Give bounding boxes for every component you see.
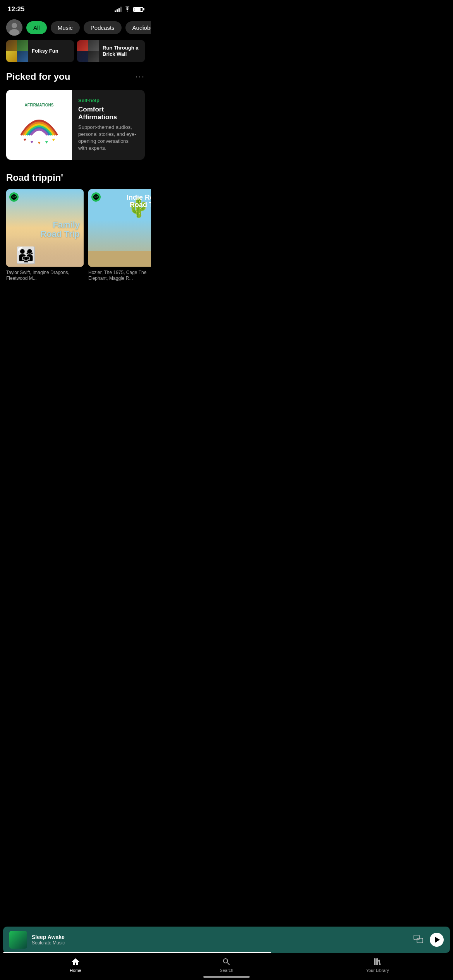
svg-text:♥: ♥ <box>45 139 48 145</box>
picked-category: Self-help <box>78 98 139 103</box>
run-title: Run Through a Brick Wall <box>103 45 145 57</box>
recent-row: Folksy Fun Run Through a Brick Wall <box>0 40 151 71</box>
filter-podcasts[interactable]: Podcasts <box>84 21 122 34</box>
family-road-trip-art: 👨‍👩‍👧 FamilyRoad Trip <box>6 189 84 267</box>
svg-text:♥: ♥ <box>38 140 40 146</box>
run-art <box>77 40 99 62</box>
status-icons <box>115 6 143 13</box>
filter-row: All Music Podcasts Audiobooks <box>0 16 151 40</box>
picked-section-header: Picked for you ··· <box>0 71 151 90</box>
picked-name: Comfort Affirmations <box>78 106 139 122</box>
road-section-title: Road trippin' <box>0 172 151 189</box>
family-road-trip-sub: Taylor Swift, Imagine Dragons, Fleetwood… <box>6 270 84 282</box>
recent-card-run[interactable]: Run Through a Brick Wall <box>77 40 145 62</box>
svg-text:♥: ♥ <box>23 137 26 142</box>
picked-info: Self-help Comfort Affirmations Support-t… <box>72 90 145 160</box>
indie-road-trip-label: Indie RockRoad Trip <box>127 194 151 209</box>
picked-description: Support-themed audios, personal stories,… <box>78 124 139 152</box>
filter-all[interactable]: All <box>26 21 47 34</box>
picked-more-button[interactable]: ··· <box>136 72 145 82</box>
picked-section-title: Picked for you <box>6 71 70 82</box>
filter-music[interactable]: Music <box>51 21 80 34</box>
svg-text:AFFIRMATIONS: AFFIRMATIONS <box>25 103 54 107</box>
avatar[interactable] <box>6 19 22 36</box>
signal-icon <box>115 7 122 12</box>
wifi-icon <box>124 6 131 13</box>
road-scroll: 👨‍👩‍👧 FamilyRoad Trip Taylor Swift, Imag… <box>0 189 151 282</box>
affirmations-art: AFFIRMATIONS ♥ ♥ ♥ ♥ ♥ <box>6 90 72 160</box>
svg-text:♥: ♥ <box>30 139 33 145</box>
status-time: 12:25 <box>8 5 24 13</box>
folksy-title: Folksy Fun <box>32 48 58 54</box>
filter-audiobooks[interactable]: Audiobooks <box>125 21 151 34</box>
road-card-family[interactable]: 👨‍👩‍👧 FamilyRoad Trip Taylor Swift, Imag… <box>6 189 84 282</box>
road-section: Road trippin' 👨‍👩‍👧 FamilyRoad Trip Tayl… <box>0 172 151 291</box>
indie-road-trip-art: 🌵 🚗 Indie RockRoad Trip <box>88 189 151 267</box>
svg-point-1 <box>12 23 17 28</box>
road-card-indie[interactable]: 🌵 🚗 Indie RockRoad Trip Hozier, The 1975… <box>88 189 151 282</box>
battery-icon <box>133 7 143 12</box>
svg-text:♥: ♥ <box>52 137 55 142</box>
picked-card[interactable]: AFFIRMATIONS ♥ ♥ ♥ ♥ ♥ Self-help Comfort… <box>6 90 145 160</box>
folksy-art <box>6 40 28 62</box>
family-road-trip-label: FamilyRoad Trip <box>41 220 80 239</box>
recent-card-folksy[interactable]: Folksy Fun <box>6 40 74 62</box>
status-bar: 12:25 <box>0 0 151 16</box>
indie-road-trip-sub: Hozier, The 1975, Cage The Elephant, Mag… <box>88 270 151 282</box>
